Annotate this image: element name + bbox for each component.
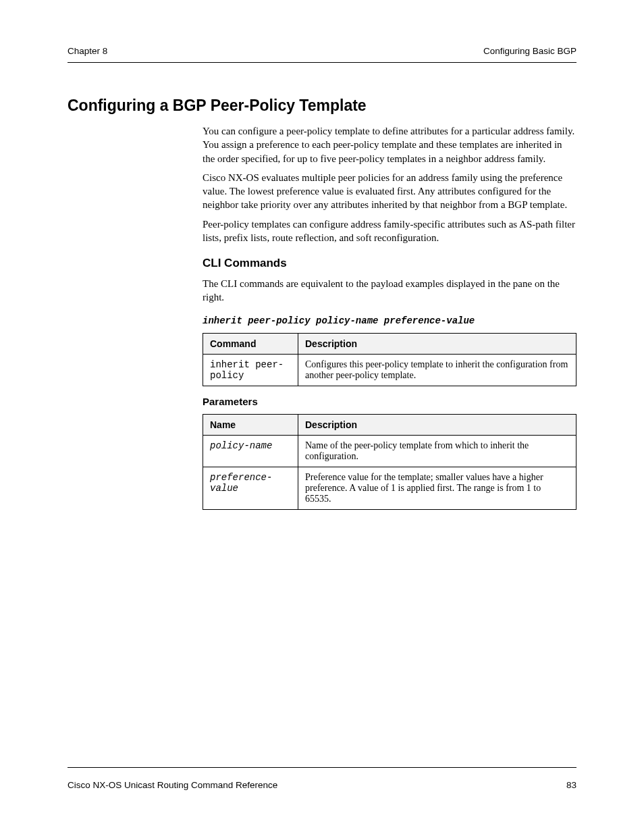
inherit-command-heading: inherit peer-policy policy-name preferen… bbox=[203, 314, 576, 326]
parameters-heading: Parameters bbox=[203, 396, 576, 407]
table-row: preference-value Preference value for th… bbox=[203, 467, 576, 509]
footer-left: Cisco NX-OS Unicast Routing Command Refe… bbox=[68, 780, 277, 790]
intro-paragraph-1: You can configure a peer-policy template… bbox=[203, 124, 576, 165]
table-row: policy-name Name of the peer-policy temp… bbox=[203, 435, 576, 467]
running-footer: Cisco NX-OS Unicast Routing Command Refe… bbox=[68, 780, 576, 790]
table-header-row: Name Description bbox=[203, 414, 576, 435]
footer-rule bbox=[68, 767, 576, 768]
table-header-command: Command bbox=[203, 333, 298, 354]
table-cell-name: policy-name bbox=[203, 435, 298, 467]
cli-commands-intro: The CLI commands are equivalent to the p… bbox=[203, 277, 576, 305]
inherit-command-text: inherit peer-policy policy-name preferen… bbox=[203, 315, 475, 326]
command-description-table: Command Description inherit peer-policy … bbox=[203, 333, 576, 386]
parameters-table: Name Description policy-name Name of the… bbox=[203, 414, 576, 510]
intro-paragraph-2: Cisco NX-OS evaluates multiple peer poli… bbox=[203, 171, 576, 212]
table-cell-command: inherit peer-policy bbox=[203, 354, 298, 386]
header-left: Chapter 8 bbox=[68, 46, 107, 56]
header-rule bbox=[68, 62, 576, 63]
footer-page-number: 83 bbox=[566, 780, 576, 790]
cli-commands-heading: CLI Commands bbox=[203, 257, 576, 270]
section-title: Configuring a BGP Peer-Policy Template bbox=[68, 97, 576, 115]
running-header: Chapter 8 Configuring Basic BGP bbox=[68, 46, 576, 56]
table-cell-description: Preference value for the template; small… bbox=[298, 467, 576, 509]
table-cell-description: Configures this peer-policy template to … bbox=[298, 354, 576, 386]
table-header-description: Description bbox=[298, 333, 576, 354]
table-header-row: Command Description bbox=[203, 333, 576, 354]
table-header-description: Description bbox=[298, 414, 576, 435]
table-header-name: Name bbox=[203, 414, 298, 435]
intro-paragraph-3: Peer-policy templates can configure addr… bbox=[203, 217, 576, 245]
header-right: Configuring Basic BGP bbox=[483, 46, 576, 56]
table-row: inherit peer-policy Configures this peer… bbox=[203, 354, 576, 386]
table-cell-description: Name of the peer-policy template from wh… bbox=[298, 435, 576, 467]
table-cell-name: preference-value bbox=[203, 467, 298, 509]
